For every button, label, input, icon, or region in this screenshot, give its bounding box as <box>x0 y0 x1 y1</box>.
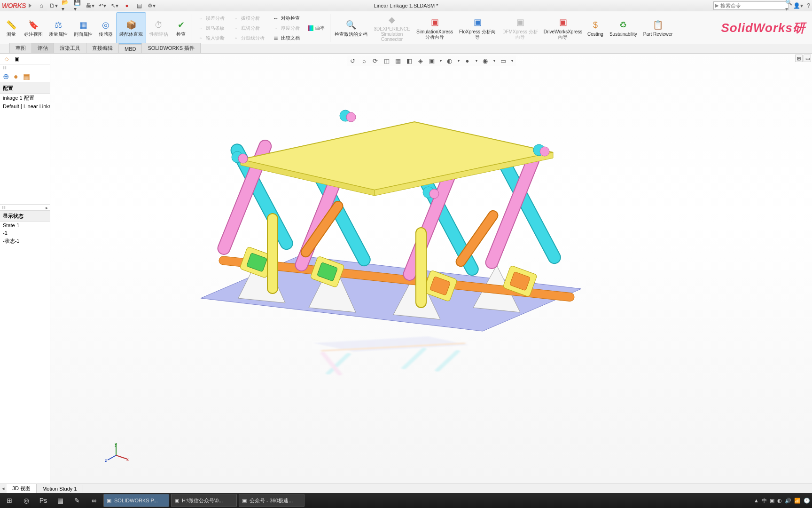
tab-scroll-left-icon[interactable]: ◂ <box>0 485 7 492</box>
settings-icon[interactable]: ⚙▾ <box>147 1 156 10</box>
bottom-tab-Motion-Study-1[interactable]: Motion Study 1 <box>37 485 83 492</box>
open-icon[interactable]: 📂▾ <box>62 1 70 10</box>
taskbar-pinned[interactable]: ▦ <box>53 494 68 507</box>
search-input[interactable] <box>720 3 785 8</box>
user-icon[interactable]: 👤▾ <box>793 2 803 9</box>
sidebar-icon[interactable]: ◇ <box>3 56 10 63</box>
ribbon-测量[interactable]: 📏测量 <box>2 12 21 44</box>
view-tool-icon[interactable]: ◈ <box>416 56 425 65</box>
graphics-viewport[interactable]: ↺⌕⟳◫▦◧◈▣▾◐▾●▾◉▾▭▾ ⊞ ▭ <box>50 54 812 484</box>
taskbar-pinned[interactable]: ✎ <box>70 494 85 507</box>
search-icon[interactable]: 🔍▾ <box>785 0 792 12</box>
view-tool-icon[interactable]: ▣ <box>428 56 436 65</box>
displaystate-item[interactable]: -1 <box>0 229 50 237</box>
view-tool-icon[interactable]: ▦ <box>394 56 402 65</box>
view-tool-icon[interactable]: ⟳ <box>371 56 380 65</box>
tray-icon[interactable]: 📶 <box>794 498 801 504</box>
ribbon-比较文档[interactable]: ≣比较文档 <box>271 33 302 43</box>
ribbon-检查[interactable]: ✔检查 <box>172 12 190 44</box>
ribbon-label: 检查 <box>176 32 186 37</box>
ribbon-传感器[interactable]: ◎传感器 <box>96 12 116 44</box>
ribbon-label: 质量属性 <box>49 32 68 37</box>
view-tool-icon[interactable]: ▾ <box>492 56 496 65</box>
viewport-tile-icon[interactable]: ⊞ <box>795 55 803 62</box>
view-tool-icon[interactable]: ● <box>463 56 472 65</box>
view-tool-icon[interactable]: ▾ <box>439 56 443 65</box>
config-icon[interactable]: ● <box>14 72 18 81</box>
ribbon-检查激活的文档[interactable]: 🔍检查激活的文档 <box>332 12 370 44</box>
config-item[interactable]: Default [ Linear Linkag <box>0 103 50 110</box>
tab-渲染工具[interactable]: 渲染工具 <box>54 43 86 53</box>
model-view[interactable] <box>191 91 591 345</box>
view-tool-icon[interactable]: ▾ <box>457 56 461 65</box>
motion-tabs: ◂ 3D 视图Motion Study 1 <box>0 484 812 493</box>
taskbar-pinned[interactable]: Ps <box>36 494 51 507</box>
taskbar-pinned[interactable]: ◎ <box>19 494 34 507</box>
ribbon-剖面属性[interactable]: ▦剖面属性 <box>71 12 95 44</box>
view-tool-icon[interactable]: ◫ <box>383 56 391 65</box>
taskbar-window[interactable]: ▣H:\微信公众号\0... <box>171 494 237 507</box>
tab-SOLIDWORKS 插件[interactable]: SOLIDWORKS 插件 <box>141 43 201 53</box>
new-icon[interactable]: 🗋▾ <box>49 1 58 10</box>
view-tool-icon[interactable]: ◉ <box>481 56 490 65</box>
view-tool-icon[interactable]: ⌕ <box>360 56 368 65</box>
ribbon-label: SimulationXpress 分析向导 <box>416 29 453 40</box>
view-tool-icon[interactable]: ↺ <box>349 56 357 65</box>
tray-icon[interactable]: ◐ <box>777 498 782 504</box>
help-icon[interactable]: ? <box>807 2 810 9</box>
ribbon-label: 装配体直观 <box>119 32 143 37</box>
view-tool-icon[interactable]: ▭ <box>499 56 508 65</box>
ribbon-Costing[interactable]: $Costing <box>585 12 606 44</box>
taskbar-window[interactable]: ▣公众号 - 360极速... <box>239 494 304 507</box>
tab-直接编辑[interactable]: 直接编辑 <box>86 43 119 53</box>
search-box[interactable]: ▶ 🔍▾ <box>713 1 789 10</box>
ribbon-标注视图[interactable]: 🔖标注视图 <box>21 12 46 44</box>
taskbar-window[interactable]: ▣SOLIDWORKS P... <box>103 494 169 507</box>
config-icon[interactable]: ▦ <box>23 72 30 81</box>
print-icon[interactable]: 🖶▾ <box>86 1 94 10</box>
tray-icon[interactable]: ▣ <box>770 498 774 504</box>
tray-icon[interactable]: 中 <box>762 497 767 504</box>
ribbon-icon: ▣ <box>472 17 483 28</box>
view-tool-icon[interactable]: ▾ <box>510 56 514 65</box>
ribbon-label: Part Reviewer <box>643 32 673 37</box>
view-tool-icon[interactable]: ▾ <box>475 56 478 65</box>
select-icon[interactable]: ↖▾ <box>110 1 119 10</box>
undo-icon[interactable]: ↶▾ <box>98 1 107 10</box>
taskbar-pinned[interactable]: ⊞ <box>2 494 17 507</box>
ribbon-装配体直观[interactable]: 📦装配体直观 <box>116 12 146 44</box>
view-triad[interactable]: y x z <box>107 441 130 465</box>
ribbon-质量属性[interactable]: ⚖质量属性 <box>46 12 70 44</box>
config-item[interactable]: inkage 1 配置 <box>0 94 50 103</box>
ribbon-FloXpress-分析向导[interactable]: ▣FloXpress 分析向导 <box>456 12 499 44</box>
tray-icon[interactable]: ▲ <box>754 498 759 503</box>
bottom-tab-3D-视图[interactable]: 3D 视图 <box>7 484 37 493</box>
tray-icon[interactable]: 🕐 <box>804 498 810 504</box>
config-icon[interactable]: ⊕ <box>3 72 9 81</box>
tab-草图[interactable]: 草图 <box>9 43 32 53</box>
ribbon-Sustainability[interactable]: ♻Sustainability <box>607 12 640 44</box>
tray-icon[interactable]: 🔊 <box>785 498 791 504</box>
displaystate-item[interactable]: -状态-1 <box>0 237 50 246</box>
logo-arrow-icon[interactable] <box>29 3 31 8</box>
sidebar-grip[interactable]: ⦀⦀ <box>0 65 50 71</box>
rebuild-icon[interactable]: ● <box>123 1 131 10</box>
sidebar-splitter[interactable]: ⦀⦀▸ <box>0 204 50 211</box>
ribbon-Part-Reviewer[interactable]: 📋Part Reviewer <box>640 12 676 44</box>
tab-MBD[interactable]: MBD <box>118 44 142 53</box>
sidebar-icon[interactable]: ▣ <box>13 56 21 63</box>
viewport-max-icon[interactable]: ▭ <box>804 55 811 62</box>
ribbon-输入诊断: ▫输入诊断 <box>195 33 226 43</box>
options-icon[interactable]: ▤ <box>135 1 143 10</box>
ribbon-对称检查[interactable]: ↔对称检查 <box>271 14 302 23</box>
ribbon-曲率[interactable]: 曲率 <box>306 24 327 33</box>
save-icon[interactable]: 💾▾ <box>74 1 82 10</box>
view-tool-icon[interactable]: ◧ <box>405 56 414 65</box>
displaystate-item[interactable]: State-1 <box>0 222 50 229</box>
view-tool-icon[interactable]: ◐ <box>445 56 454 65</box>
tab-评估[interactable]: 评估 <box>31 43 54 53</box>
ribbon-DriveWorksXpress-向导[interactable]: ▣DriveWorksXpress 向导 <box>542 12 584 44</box>
taskbar-pinned[interactable]: ∞ <box>86 494 102 507</box>
home-icon[interactable]: ⌂ <box>37 1 46 10</box>
ribbon-SimulationXpress-分析向导[interactable]: ▣SimulationXpress 分析向导 <box>414 12 456 44</box>
